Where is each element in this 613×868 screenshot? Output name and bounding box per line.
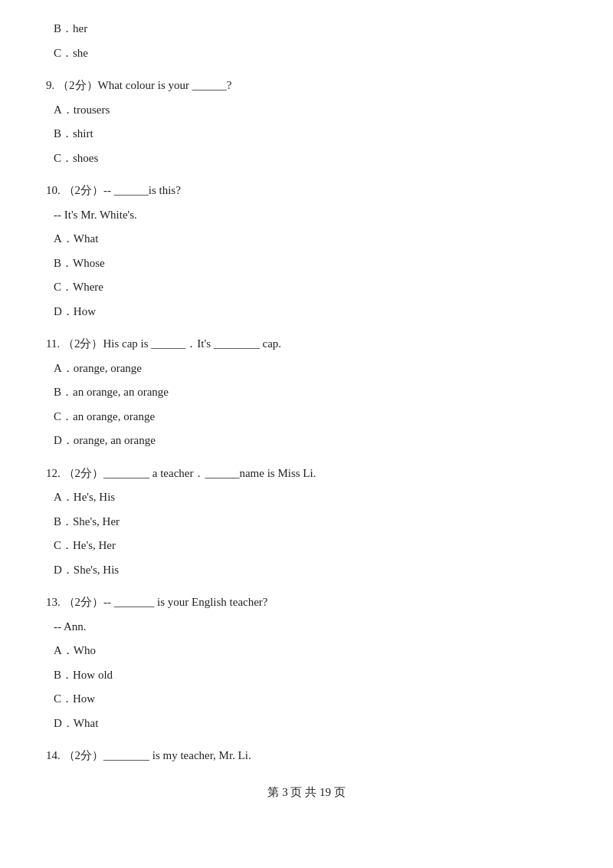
option-line: D．How [54,301,567,323]
option-line: C．an orange, orange [54,406,567,428]
page-footer: 第 3 页 共 19 页 [46,782,567,803]
option-line: B．an orange, an orange [54,381,567,403]
option-line: C．she [54,42,567,64]
option-line: A．Who [54,639,567,662]
option-line: B．Whose [54,252,567,275]
option-line: A．orange, orange [54,357,567,380]
question-line: 12. （2分）________ a teacher．______name is… [46,462,567,485]
option-line: A．He's, His [54,486,567,508]
question-line: 13. （2分）-- _______ is your English teach… [46,591,567,613]
option-line: D．She's, His [54,559,567,581]
option-line: A．trousers [54,99,567,121]
question-line: 9. （2分）What colour is your ______? [46,74,567,97]
option-line: B．How old [54,664,567,686]
option-line: B．her [54,18,567,40]
question-line: 11. （2分）His cap is ______．It's ________ … [46,333,567,355]
option-line: C．How [54,688,567,710]
question-line: 14. （2分）________ is my teacher, Mr. Li. [46,745,567,767]
option-line: -- Ann. [54,616,567,638]
option-line: C．Where [54,276,567,298]
option-line: B．She's, Her [54,511,567,533]
option-line: C．shoes [54,147,567,169]
option-line: -- It's Mr. White's. [54,204,567,226]
option-line: D．orange, an orange [54,429,567,452]
option-line: A．What [54,228,567,250]
option-line: B．shirt [54,123,567,145]
option-line: C．He's, Her [54,534,567,557]
option-line: D．What [54,712,567,735]
question-line: 10. （2分）-- ______is this? [46,179,567,202]
